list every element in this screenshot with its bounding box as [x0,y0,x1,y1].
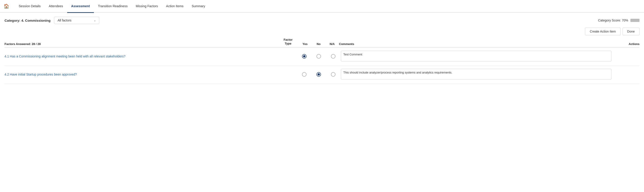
nav-bar: 🏠 Session Details Attendees Assessment T… [0,0,644,13]
chevron-down-icon: ⌄ [94,19,96,22]
col-header-comments: Comments [339,42,612,46]
na-radio-4-2[interactable] [326,72,340,77]
col-header-factors-answered: Factors Answered: 28 / 28 [4,42,278,46]
yes-radio-4-2[interactable] [298,72,311,77]
create-action-item-button[interactable]: Create Action Item [585,28,620,35]
nav-item-action-items[interactable]: Action Items [162,0,188,12]
nav-item-missing-factors[interactable]: Missing Factors [132,0,162,12]
done-button[interactable]: Done [622,28,640,35]
filter-dropdown[interactable]: All factors ⌄ [54,17,99,24]
table-header: Factors Answered: 28 / 28 FactorType Yes… [4,38,640,48]
nav-item-transition-readiness[interactable]: Transition Readiness [94,0,132,12]
toolbar: Category: 4. Commissioning All factors ⌄… [0,13,644,27]
col-header-yes: Yes [298,42,312,46]
table-row: 4.2 Have initial Startup procedures been… [4,66,640,84]
na-radio-4-1[interactable] [326,54,340,58]
nav-item-attendees[interactable]: Attendees [45,0,67,12]
action-buttons-row: Create Action Item Done [0,27,644,38]
no-radio-4-2[interactable] [312,72,326,77]
category-label: Category: 4. Commissioning [4,18,50,22]
filter-value: All factors [58,18,92,22]
table-row: 4.1 Has a Commissioning alignment meetin… [4,48,640,66]
question-4-1[interactable]: 4.1 Has a Commissioning alignment meetin… [4,54,275,59]
col-header-na: N/A [326,42,339,46]
comment-cell-4-1: Test Comment [341,51,612,62]
col-header-factor-type: FactorType [278,38,298,46]
col-header-no: No [312,42,326,46]
col-header-actions: Actions [612,42,640,46]
comment-input-4-2[interactable]: This should include analyzer/process rep… [341,69,612,80]
question-4-2[interactable]: 4.2 Have initial Startup procedures been… [4,72,275,77]
comment-input-4-1[interactable]: Test Comment [341,51,612,62]
nav-item-session-details[interactable]: Session Details [15,0,45,12]
comment-cell-4-2: This should include analyzer/process rep… [341,69,612,80]
assessment-table: Factors Answered: 28 / 28 FactorType Yes… [0,38,644,84]
home-icon[interactable]: 🏠 [4,4,9,9]
score-bar [630,19,640,22]
yes-radio-4-1[interactable] [298,54,311,58]
nav-item-summary[interactable]: Summary [188,0,209,12]
no-radio-4-1[interactable] [312,54,326,58]
nav-item-assessment[interactable]: Assessment [67,0,94,12]
category-score: Category Score: 70% [598,18,640,22]
